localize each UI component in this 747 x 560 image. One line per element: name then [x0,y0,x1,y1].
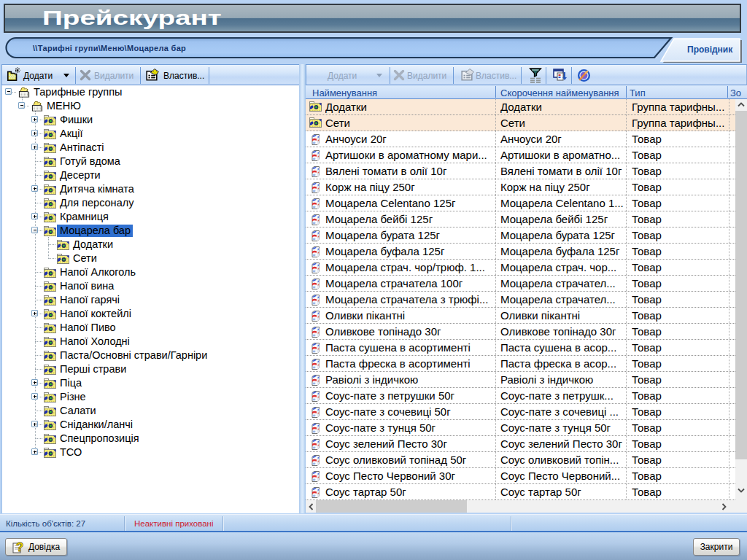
svg-text:?: ? [16,540,23,553]
